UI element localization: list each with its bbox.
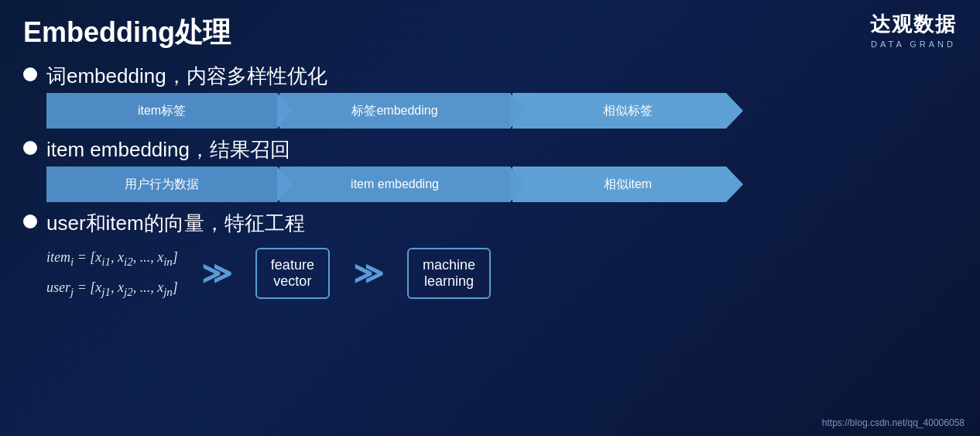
arrow-segments-1: item标签 标签embedding 相似标签 <box>46 93 743 129</box>
feature-vector-box: featurevector <box>255 248 330 299</box>
bullet-item-3: user和item的向量，特征工程 <box>23 210 957 237</box>
bullet-item-1: 词embedding，内容多样性优化 <box>23 63 957 90</box>
page-title: Embedding处理 <box>0 0 980 52</box>
double-arrow-2: ≫ <box>353 259 384 288</box>
bullet-dot-2 <box>23 141 37 155</box>
arrow-seg-1-2: 标签embedding <box>279 93 510 129</box>
machine-learning-box: machinelearning <box>407 248 491 299</box>
logo-sub-text: DATA GRAND <box>870 39 957 49</box>
bullet-text-3: user和item的向量，特征工程 <box>46 210 305 237</box>
bullet-item-2: item embedding，结果召回 <box>23 136 957 163</box>
arrow-seg-1-1: item标签 <box>46 93 277 129</box>
arrow-segments-2: 用户行为数据 item embedding 相似item <box>46 167 743 202</box>
bullet-dot-3 <box>23 215 37 228</box>
formula-section: itemi = [xi1, xi2, ..., xin] userj = [xj… <box>46 243 957 303</box>
formula-block: itemi = [xi1, xi2, ..., xin] userj = [xj… <box>46 243 178 303</box>
bullet-text-1: 词embedding，内容多样性优化 <box>46 63 327 90</box>
arrow-seg-2-1: 用户行为数据 <box>46 167 277 202</box>
double-arrow-1: ≫ <box>201 259 232 288</box>
arrow-seg-2-3: 相似item <box>512 167 743 202</box>
logo-main-text: 达观数据 <box>870 11 957 38</box>
content-area: 词embedding，内容多样性优化 item标签 标签embedding 相似… <box>0 52 980 303</box>
bullet-text-2: item embedding，结果召回 <box>46 136 290 163</box>
footnote: https://blog.csdn.net/qq_40006058 <box>822 417 965 428</box>
formula-line-1: itemi = [xi1, xi2, ..., xin] <box>46 243 178 273</box>
arrow-seg-1-3: 相似标签 <box>512 93 743 129</box>
arrow-seg-2-2: item embedding <box>279 167 510 202</box>
arrow-banner-2: 用户行为数据 item embedding 相似item <box>46 167 743 202</box>
formula-line-2: userj = [xj1, xj2, ..., xjn] <box>46 273 178 304</box>
arrow-banner-1: item标签 标签embedding 相似标签 <box>46 93 743 129</box>
logo-area: 达观数据 DATA GRAND <box>870 11 957 49</box>
bullet-dot-1 <box>23 67 37 81</box>
